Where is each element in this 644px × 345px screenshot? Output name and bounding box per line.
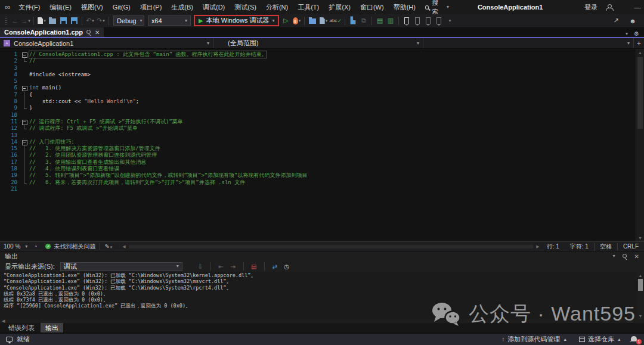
uncomment-selection-icon[interactable]: ▥ [385, 15, 396, 26]
code-line: 18// 4. 使用错误列表窗口查看错误 [0, 166, 636, 172]
pin-icon[interactable] [86, 30, 91, 35]
scrollbar-thumb[interactable] [638, 279, 643, 291]
next-bookmark-icon[interactable] [423, 15, 434, 26]
menu-item-V[interactable]: 视图(V) [76, 0, 108, 14]
send-feedback-icon[interactable]: ☻ [627, 15, 638, 26]
save-icon[interactable] [58, 15, 69, 26]
zoom-dropdown[interactable]: 100 % ▾ [0, 243, 31, 250]
scroll-up-icon[interactable]: ▲ [637, 272, 644, 279]
output-vertical-scrollbar[interactable]: ▲ ▼ [637, 272, 644, 319]
find-message-icon[interactable]: ⇩ [196, 263, 205, 270]
editor-horizontal-scrollbar[interactable] [129, 245, 534, 248]
undo-icon[interactable]: ↶▾ [85, 15, 95, 26]
toggle-bookmark-icon[interactable] [401, 15, 412, 26]
scroll-left-icon[interactable]: ◀ [120, 244, 127, 249]
type-scope-dropdown[interactable]: (全局范围) ▾ [213, 38, 423, 48]
window-position-dropdown-icon[interactable]: ▾ [613, 254, 615, 259]
notifications-button[interactable]: 1 [630, 335, 640, 344]
add-to-source-control-button[interactable]: ↑ 添加到源代码管理 ▲ [498, 335, 571, 344]
share-feedback-icon[interactable]: ↗ [611, 15, 621, 26]
save-all-icon[interactable] [69, 15, 79, 26]
project-scope-dropdown[interactable]: + ConsoleApplication1 ▾ [0, 38, 213, 48]
pin-icon[interactable] [623, 254, 627, 259]
line-indicator[interactable]: 行: 1 [541, 243, 565, 251]
select-repository-button[interactable]: 选择仓库 ▲ [575, 335, 625, 344]
menu-item-T[interactable]: 工具(T) [293, 0, 324, 14]
new-project-icon[interactable]: ▾ [36, 15, 47, 26]
code-editor[interactable]: 1// ConsoleApplication1.cpp : 此文件包含 “mai… [0, 49, 644, 241]
start-without-debugging-icon[interactable]: ▷ [280, 15, 291, 26]
search-control[interactable]: 搜索 ▾ [420, 0, 454, 16]
menu-item-P[interactable]: 项目(P) [135, 0, 167, 14]
fold-collapse-icon[interactable] [21, 139, 29, 145]
scroll-right-icon[interactable]: ▶ [534, 244, 541, 249]
menu-item-X[interactable]: 扩展(X) [324, 0, 355, 14]
menu-item-GitG[interactable]: Git(G) [108, 0, 135, 14]
next-message-icon[interactable]: ⇥ [229, 263, 237, 270]
fold-collapse-icon[interactable] [21, 119, 29, 125]
menu-item-H[interactable]: 帮助(H) [389, 0, 420, 14]
menu-item-B[interactable]: 生成(B) [166, 0, 198, 14]
toolbar-overflow-icon[interactable]: ▾ [444, 15, 455, 26]
menu-item-S[interactable]: 测试(S) [230, 0, 261, 14]
code-text: } [29, 105, 32, 111]
fold-collapse-icon[interactable] [21, 85, 29, 91]
find-in-files-icon[interactable] [307, 15, 318, 26]
menu-item-D[interactable]: 调试(D) [198, 0, 230, 14]
navigate-back-icon[interactable]: ← [10, 15, 20, 26]
document-health-icon[interactable]: ◔ [33, 243, 37, 250]
clear-all-icon[interactable]: ▤ [250, 263, 258, 270]
account-icon[interactable] [606, 4, 612, 11]
editor-settings-gear-icon[interactable]: ⚙ [634, 30, 639, 37]
tab-close-icon[interactable]: ✕ [95, 29, 100, 36]
document-list-dropdown-icon[interactable]: ▾ [626, 32, 628, 36]
spell-check-icon[interactable]: abc✓ [329, 15, 342, 26]
output-source-dropdown[interactable]: 调试 ▾ [60, 262, 182, 271]
scrollbar-thumb[interactable] [637, 57, 643, 129]
menu-item-W[interactable]: 窗口(W) [355, 0, 389, 14]
toggle-word-wrap-icon[interactable]: ⇄ [271, 263, 279, 270]
menu-item-F[interactable]: 文件(F) [14, 0, 45, 14]
member-scope-dropdown[interactable]: ▾ [423, 38, 633, 48]
fold-collapse-icon[interactable] [21, 51, 29, 58]
code-cleanup-broom-icon[interactable]: ✎▾ [104, 243, 112, 250]
scroll-down-icon[interactable]: ▼ [636, 234, 644, 241]
clear-bookmarks-icon[interactable] [434, 15, 444, 26]
menu-item-N[interactable]: 分析(N) [261, 0, 293, 14]
solution-configuration-dropdown[interactable]: Debug ▾ [113, 15, 144, 26]
eol-indicator[interactable]: CRLF [617, 243, 644, 250]
intellisense-icon[interactable]: ▙ [348, 15, 358, 26]
timestamp-clock-icon[interactable]: ◷ [283, 263, 291, 270]
column-indicator[interactable]: 字符: 1 [565, 243, 594, 251]
tab-output[interactable]: 输出 [41, 323, 63, 332]
menu-item-E[interactable]: 编辑(E) [45, 0, 76, 14]
split-window-button[interactable]: + [633, 38, 644, 48]
close-panel-icon[interactable]: ✕ [634, 253, 639, 260]
redo-icon[interactable]: ↷▾ [95, 15, 106, 26]
hot-reload-icon[interactable]: ▾ [291, 15, 302, 26]
code-cleanup-icon[interactable]: ⧉ [358, 15, 369, 26]
tab-error-list[interactable]: 错误列表 [4, 323, 39, 332]
editor-vertical-scrollbar[interactable]: ▲ ▼ [636, 49, 644, 241]
previous-bookmark-icon[interactable] [412, 15, 423, 26]
open-file-icon[interactable] [47, 15, 58, 26]
solution-explorer-icon[interactable]: ▾ [318, 15, 329, 26]
toolbar-grip[interactable] [5, 17, 7, 25]
start-debugging-button[interactable]: ▶ 本地 Windows 调试器 ▾ [194, 15, 279, 26]
scroll-up-icon[interactable]: ▲ [636, 49, 644, 56]
health-status[interactable]: ✓ 未找到相关问题 [45, 243, 95, 251]
navigate-forward-icon[interactable]: →▾ [20, 15, 31, 26]
output-panel-header[interactable]: 输出 ▾ ✕ [0, 251, 644, 261]
scroll-down-icon[interactable]: ▼ [637, 312, 644, 319]
comment-selection-icon[interactable]: ▤ [374, 15, 385, 26]
code-region[interactable]: 1// ConsoleApplication1.cpp : 此文件包含 “mai… [0, 49, 636, 241]
minimize-button[interactable]: — [628, 0, 644, 14]
signin-link[interactable]: 登录 [584, 3, 597, 12]
tab-consoleapplication1-cpp[interactable]: ConsoleApplication1.cpp ✕ [0, 27, 104, 37]
solution-platform-dropdown[interactable]: x64 ▾ [148, 15, 191, 26]
previous-message-icon[interactable]: ⇤ [217, 263, 225, 270]
output-log[interactable]: “ConsoleApplication1.exe” (Win32): 已加载 “… [0, 272, 644, 319]
message-bubble-icon[interactable] [6, 337, 13, 342]
line-number: 19 [0, 172, 21, 179]
spaces-indicator[interactable]: 空格 [594, 243, 617, 251]
